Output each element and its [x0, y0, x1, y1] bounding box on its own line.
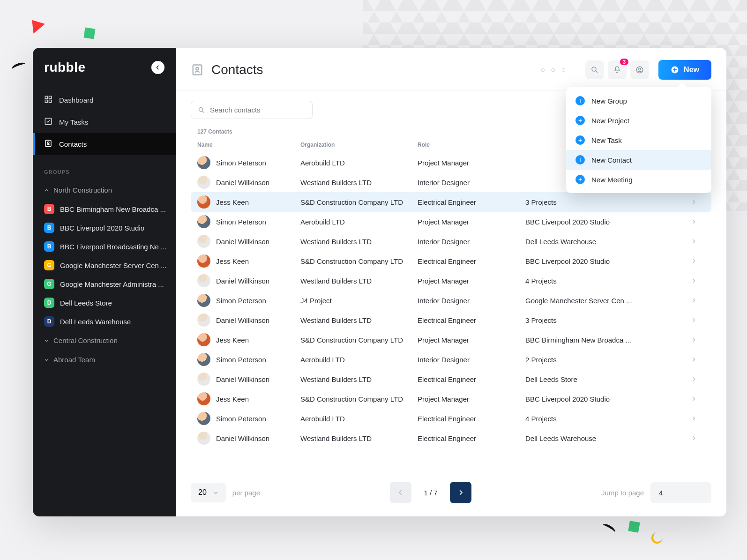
- nav-dashboard[interactable]: Dashboard: [33, 89, 176, 111]
- svg-point-6: [47, 142, 49, 144]
- row-chevron[interactable]: [691, 415, 705, 423]
- name-cell: Jess Keen: [197, 254, 300, 268]
- new-menu-item[interactable]: +New Group: [566, 91, 711, 111]
- group-item-label: Dell Leeds Warehouse: [60, 318, 131, 326]
- table-row[interactable]: Daniel Willkinson Westland Builders LTD …: [191, 271, 711, 291]
- role-cell: Interior Designer: [418, 179, 525, 187]
- group-item[interactable]: DDell Leeds Warehouse: [33, 312, 176, 331]
- new-menu-item[interactable]: +New Task: [566, 130, 711, 150]
- name-cell: Daniel Willkinson: [197, 235, 300, 248]
- search-button[interactable]: [585, 60, 604, 79]
- notifications-button[interactable]: 3: [608, 60, 627, 79]
- name-cell: Simon Peterson: [197, 353, 300, 366]
- project-cell: 3 Projects: [525, 198, 691, 206]
- jump-to-page-input[interactable]: [650, 482, 711, 503]
- group-item[interactable]: BBBC Liverpool 2020 Studio: [33, 218, 176, 237]
- row-chevron[interactable]: [691, 375, 705, 383]
- new-dropdown: +New Group+New Project+New Task+New Cont…: [566, 87, 711, 193]
- name-cell: Jess Keen: [197, 392, 300, 405]
- avatar: [197, 274, 210, 287]
- table-row[interactable]: Daniel Willkinson Westland Builders LTD …: [191, 369, 711, 389]
- role-cell: Electrical Engineer: [418, 375, 525, 383]
- role-cell: Interior Designer: [418, 238, 525, 246]
- table-row[interactable]: Daniel Willkinson Westland Builders LTD …: [191, 428, 711, 448]
- search-contacts-box[interactable]: [191, 101, 313, 119]
- role-cell: Project Manager: [418, 159, 525, 167]
- group-item[interactable]: BBBC Liverpool Broadcasting Ne ...: [33, 237, 176, 256]
- svg-rect-4: [45, 118, 52, 125]
- role-cell: Project Manager: [418, 218, 525, 226]
- plus-icon: +: [575, 155, 585, 164]
- chevron-down-icon: [44, 358, 49, 362]
- row-chevron[interactable]: [691, 336, 705, 344]
- row-chevron[interactable]: [691, 238, 705, 246]
- row-chevron[interactable]: [691, 257, 705, 265]
- org-cell: S&D Construction Company LTD: [300, 395, 418, 403]
- row-chevron[interactable]: [691, 277, 705, 285]
- group-item[interactable]: GGoogle Manchester Server Cen ...: [33, 256, 176, 275]
- group-badge: G: [44, 260, 54, 270]
- row-chevron[interactable]: [691, 297, 705, 305]
- table-row[interactable]: Daniel Willkinson Westland Builders LTD …: [191, 231, 711, 251]
- row-chevron[interactable]: [691, 218, 705, 226]
- table-row[interactable]: Simon Peterson Aerobuild LTD Electrical …: [191, 409, 711, 428]
- project-cell: Dell Leeds Store: [525, 375, 691, 383]
- name-cell: Simon Peterson: [197, 215, 300, 228]
- profile-button[interactable]: [630, 60, 649, 79]
- table-row[interactable]: Jess Keen S&D Construction Company LTD E…: [191, 192, 711, 212]
- row-chevron[interactable]: [691, 434, 705, 442]
- new-menu-item[interactable]: +New Project: [566, 111, 711, 130]
- new-menu-item[interactable]: +New Meeting: [566, 170, 711, 189]
- plus-circle-icon: [671, 66, 679, 74]
- row-chevron[interactable]: [691, 316, 705, 324]
- group-item[interactable]: GGoogle Manchester Administra ...: [33, 275, 176, 293]
- group-item-label: BBC Liverpool 2020 Studio: [60, 224, 144, 232]
- prev-page-button[interactable]: [390, 482, 411, 503]
- group-toggle[interactable]: North Construction: [33, 180, 176, 200]
- new-button[interactable]: New: [658, 60, 711, 80]
- contact-name: Daniel Willkinson: [216, 179, 269, 187]
- table-row[interactable]: Simon Peterson J4 Project Interior Desig…: [191, 291, 711, 310]
- svg-point-13: [199, 107, 203, 111]
- table-row[interactable]: Daniel Willkinson Westland Builders LTD …: [191, 310, 711, 330]
- name-cell: Daniel Willkinson: [197, 274, 300, 287]
- group-toggle[interactable]: Abroad Team: [33, 350, 176, 369]
- row-chevron[interactable]: [691, 198, 705, 206]
- bell-icon: [613, 66, 621, 74]
- per-page-select[interactable]: 20: [191, 483, 226, 502]
- new-menu-label: New Group: [591, 97, 627, 105]
- collapse-sidebar-button[interactable]: [151, 61, 164, 74]
- table-row[interactable]: Simon Peterson Aerobuild LTD Interior De…: [191, 350, 711, 369]
- nav-my-tasks[interactable]: My Tasks: [33, 111, 176, 133]
- table-row[interactable]: Jess Keen S&D Construction Company LTD P…: [191, 389, 711, 409]
- row-chevron[interactable]: [691, 356, 705, 364]
- table-row[interactable]: Simon Peterson Aerobuild LTD Project Man…: [191, 212, 711, 231]
- group-item[interactable]: DDell Leeds Store: [33, 293, 176, 312]
- confetti: [601, 522, 617, 535]
- new-menu-item[interactable]: +New Contact: [566, 150, 711, 170]
- page-title: Contacts: [191, 62, 263, 77]
- table-row[interactable]: Jess Keen S&D Construction Company LTD P…: [191, 330, 711, 350]
- avatar: [197, 314, 210, 327]
- main-panel: Contacts ○ ○ ○ 3 New +New Group+New Proj…: [176, 48, 726, 516]
- contact-name: Jess Keen: [216, 257, 249, 265]
- contact-name: Simon Peterson: [216, 356, 266, 364]
- jump-label: Jump to page: [601, 489, 644, 497]
- group-badge: G: [44, 279, 54, 289]
- next-page-button[interactable]: [450, 482, 471, 503]
- search-input[interactable]: [210, 106, 306, 114]
- role-cell: Electrical Engineer: [418, 316, 525, 324]
- role-cell: Electrical Engineer: [418, 434, 525, 442]
- plus-icon: +: [575, 175, 585, 184]
- confetti: [628, 521, 640, 532]
- row-chevron[interactable]: [691, 395, 705, 403]
- contact-icon: [191, 63, 204, 76]
- chevron-down-icon: [44, 338, 49, 343]
- table-row[interactable]: Jess Keen S&D Construction Company LTD E…: [191, 251, 711, 271]
- group-item[interactable]: BBBC Birmingham New Broadca ...: [33, 200, 176, 218]
- more-menu-button[interactable]: ○ ○ ○: [540, 66, 568, 74]
- group-badge: D: [44, 298, 54, 308]
- group-toggle[interactable]: Central Construction: [33, 331, 176, 350]
- nav-contacts[interactable]: Contacts: [33, 133, 176, 155]
- org-cell: Westland Builders LTD: [300, 375, 418, 383]
